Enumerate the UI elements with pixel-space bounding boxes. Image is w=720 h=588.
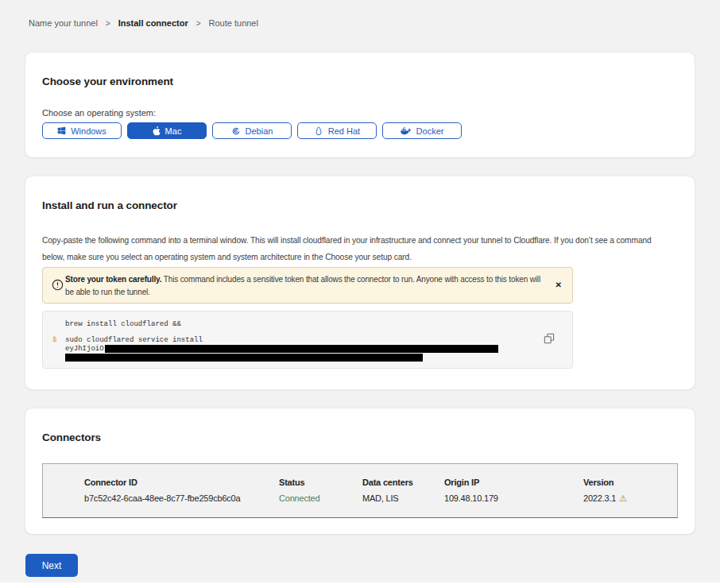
debian-icon (231, 126, 241, 136)
close-icon[interactable]: ✕ (555, 281, 562, 289)
docker-icon (401, 126, 412, 135)
tunnel-setup-page: Name your tunnel > Install connector > R… (0, 0, 720, 588)
table-header-row: Connector ID Status Data centers Origin … (43, 478, 677, 487)
os-button-group: Windows Mac Debian Red Hat Docker (42, 122, 462, 139)
os-button-windows[interactable]: Windows (42, 122, 122, 139)
connectors-table: Connector ID Status Data centers Origin … (42, 463, 678, 518)
os-button-mac[interactable]: Mac (127, 122, 207, 139)
breadcrumb-name-your-tunnel[interactable]: Name your tunnel (29, 18, 98, 28)
footer-strip (0, 582, 720, 588)
next-button[interactable]: Next (25, 554, 78, 577)
col-header-version: Version (583, 478, 677, 487)
col-header-status: Status (279, 478, 362, 487)
breadcrumb-install-connector[interactable]: Install connector (118, 18, 188, 28)
alert-message: Store your token carefully. This command… (65, 273, 547, 298)
redacted-token-bar (65, 354, 423, 362)
token-prefix: eyJhIjoiO (65, 345, 104, 353)
os-button-label: Debian (246, 126, 273, 136)
card-title: Connectors (42, 431, 101, 443)
os-button-label: Mac (165, 126, 182, 136)
breadcrumb-separator: > (196, 19, 201, 28)
col-header-data-centers: Data centers (362, 478, 444, 487)
code-prompt: $ (52, 336, 56, 344)
os-button-label: Docker (416, 126, 444, 136)
apple-icon (153, 126, 161, 136)
breadcrumb-route-tunnel[interactable]: Route tunnel (209, 18, 258, 28)
code-line-brew: brew install cloudflared && (65, 320, 185, 328)
col-header-connector-id: Connector ID (84, 478, 279, 487)
os-button-docker[interactable]: Docker (382, 122, 462, 139)
data-centers-value: MAD, LIS (362, 493, 444, 504)
redhat-icon (314, 126, 323, 136)
code-line-install: sudo cloudflared service install (65, 336, 203, 344)
origin-ip-value: 109.48.10.179 (444, 493, 583, 504)
install-command-codeblock: brew install cloudflared && $ sudo cloud… (42, 311, 573, 369)
breadcrumb-separator: > (106, 19, 110, 28)
copy-icon[interactable] (544, 333, 555, 344)
os-button-debian[interactable]: Debian (212, 122, 292, 139)
warning-triangle-icon: ⚠ (619, 493, 627, 503)
connector-id-value: b7c52c42-6caa-48ee-8c77-fbe259cb6c0a (84, 493, 279, 504)
token-warning-alert: Store your token carefully. This command… (42, 267, 573, 304)
card-title: Install and run a connector (42, 199, 177, 211)
table-row: b7c52c42-6caa-48ee-8c77-fbe259cb6c0a Con… (43, 493, 677, 504)
install-description: Copy-paste the following command into a … (42, 232, 675, 265)
os-button-redhat[interactable]: Red Hat (297, 122, 377, 139)
os-button-label: Red Hat (328, 126, 360, 136)
connectors-card: Connectors Connector ID Status Data cent… (25, 408, 695, 534)
os-select-label: Choose an operating system: (42, 108, 156, 118)
code-line-token: eyJhIjoiO (65, 345, 498, 353)
windows-icon (57, 126, 66, 135)
card-title: Choose your environment (42, 75, 173, 87)
install-connector-card: Install and run a connector Copy-paste t… (25, 176, 695, 389)
breadcrumb: Name your tunnel > Install connector > R… (29, 18, 258, 28)
version-value: 2022.3.1⚠ (583, 493, 677, 504)
alert-title: Store your token carefully. (65, 275, 161, 284)
status-badge: Connected (279, 493, 362, 504)
os-button-label: Windows (71, 126, 106, 136)
info-circle-icon (52, 279, 64, 291)
redacted-token-bar (105, 345, 498, 353)
col-header-origin-ip: Origin IP (444, 478, 583, 487)
choose-environment-card: Choose your environment Choose an operat… (25, 52, 695, 157)
